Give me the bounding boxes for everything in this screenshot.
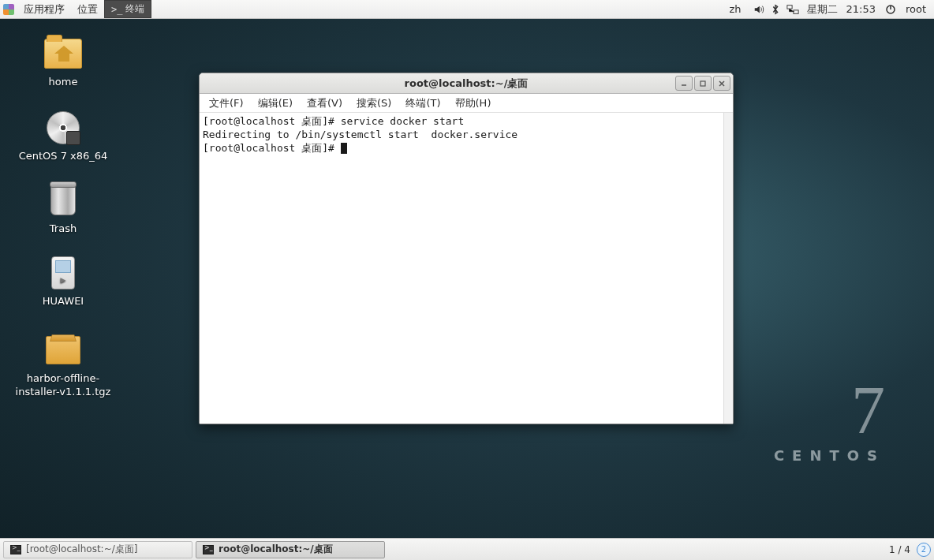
svg-rect-5 [700,81,705,86]
terminal-line: Redirecting to /bin/systemctl start dock… [203,129,517,140]
terminal-line: [root@localhost 桌面]# [203,142,341,154]
terminal-scrollbar[interactable] [723,113,733,424]
desktop-icon-trash[interactable]: Trash [8,181,118,236]
desktop-icon-label: home [8,76,118,89]
terminal-icon [203,545,214,554]
terminal-icon [10,545,21,554]
svg-rect-1 [794,9,798,13]
menu-view[interactable]: 查看(V) [301,94,349,113]
folder-icon [44,39,82,69]
close-button[interactable] [713,76,730,91]
workspace-label[interactable]: 1 / 4 [889,544,910,555]
desktop-icon-harbor[interactable]: harbor-offline-installer-v1.1.1.tgz [8,331,118,399]
user-menu[interactable]: root [902,1,929,17]
centos-version: 7 [774,376,885,444]
taskbar-item-label: root@localhost:~/桌面 [219,543,333,556]
top-task-terminal-label: 终端 [125,2,144,16]
input-method-indicator[interactable]: zh [723,1,747,17]
terminal-cursor [341,143,347,154]
wallpaper-branding: 7 CENTOS [774,376,885,464]
desktop-icon-home[interactable]: home [8,35,118,89]
shutdown-icon[interactable] [885,4,896,15]
menu-help[interactable]: 帮助(H) [449,94,498,113]
trash-icon [50,185,76,215]
top-task-terminal[interactable]: >_ 终端 [104,0,151,18]
places-menu[interactable]: 位置 [71,0,104,19]
minimize-button[interactable] [675,76,693,91]
top-panel: 应用程序 位置 >_ 终端 zh 星期二 21:53 root [0,0,934,19]
terminal-body[interactable]: [root@localhost 桌面]# service docker star… [200,113,733,424]
activities-icon [3,4,14,15]
taskbar-item-terminal-1[interactable]: [root@localhost:~/桌面] [3,541,192,558]
desktop-icon-label: Trash [8,222,118,236]
terminal-line: [root@localhost 桌面]# service docker star… [203,115,464,127]
desktop-icon-label: harbor-offline-installer-v1.1.1.tgz [8,372,118,399]
menu-search[interactable]: 搜索(S) [350,94,398,113]
desktop-icon-huawei[interactable]: HUAWEI [8,254,118,308]
desktop-icon-disc[interactable]: CentOS 7 x86_64 [8,109,118,163]
menu-terminal[interactable]: 终端(T) [399,94,446,113]
time-label[interactable]: 21:53 [846,3,878,15]
desktop-icon-label: CentOS 7 x86_64 [8,150,118,163]
device-icon [51,256,75,289]
maximize-button[interactable] [694,76,712,91]
date-label[interactable]: 星期二 [805,0,839,19]
terminal-menubar: 文件(F) 编辑(E) 查看(V) 搜索(S) 终端(T) 帮助(H) [200,94,733,113]
menu-file[interactable]: 文件(F) [203,94,250,113]
menu-edit[interactable]: 编辑(E) [252,94,299,113]
workspace-switcher[interactable]: 2 [917,543,931,557]
svg-rect-0 [787,5,792,8]
window-title: root@localhost:~/桌面 [200,77,733,91]
window-titlebar[interactable]: root@localhost:~/桌面 [200,73,733,94]
disc-icon [47,111,80,144]
package-icon [46,336,80,364]
bottom-panel: [root@localhost:~/桌面] root@localhost:~/桌… [0,538,934,560]
network-icon[interactable] [786,4,799,15]
taskbar-item-label: [root@localhost:~/桌面] [26,543,137,556]
taskbar-item-terminal-2[interactable]: root@localhost:~/桌面 [196,541,385,558]
desktop-icon-label: HUAWEI [8,295,118,308]
volume-icon[interactable] [753,4,764,15]
applications-menu[interactable]: 应用程序 [17,0,71,19]
bluetooth-icon[interactable] [771,4,780,15]
terminal-window: root@localhost:~/桌面 文件(F) 编辑(E) 查看(V) 搜索… [199,73,734,424]
centos-name: CENTOS [774,447,885,464]
